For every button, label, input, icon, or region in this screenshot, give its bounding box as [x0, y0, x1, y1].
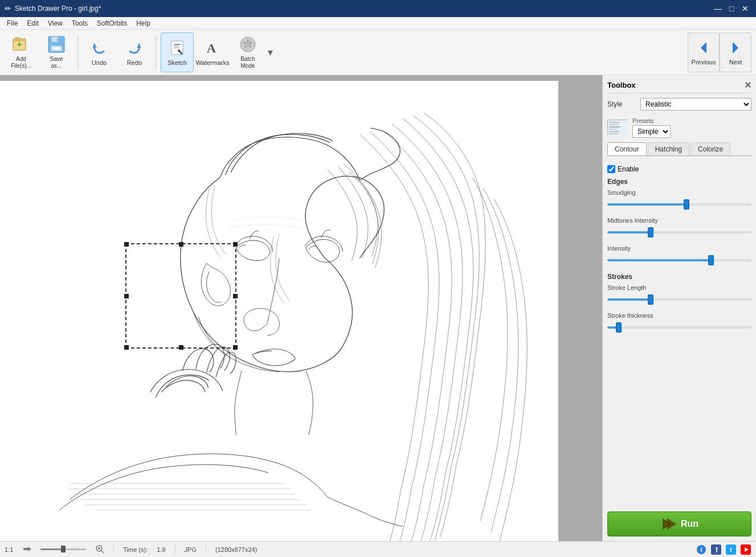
intensity-thumb[interactable]	[708, 255, 714, 265]
menu-tools[interactable]: Tools	[67, 18, 92, 28]
dimensions-label: (1280x877x24)	[215, 546, 257, 553]
smudging-thumb[interactable]	[684, 199, 689, 210]
menu-view[interactable]: View	[43, 18, 67, 28]
redo-label: Redo	[127, 59, 142, 66]
canvas-area[interactable]	[0, 75, 602, 541]
window-title: Sketch Drawer Pro - girl.jpg*	[15, 5, 101, 13]
stroke-thickness-thumb[interactable]	[616, 322, 622, 333]
menu-file[interactable]: File	[2, 18, 22, 28]
canvas-background	[0, 75, 602, 541]
more-options-indicator: ▾	[268, 46, 273, 59]
facebook-button[interactable]: f	[710, 544, 722, 555]
toolbar-separator-2	[156, 35, 156, 69]
redo-icon	[125, 39, 144, 57]
zoom-icon-small	[22, 544, 31, 555]
sketch-icon	[168, 39, 186, 57]
twitter-button[interactable]: t	[725, 544, 737, 555]
menu-edit[interactable]: Edit	[22, 18, 43, 28]
midtones-slider-container: Midtones Intensity	[607, 217, 751, 239]
presets-thumbnail	[608, 120, 628, 136]
toolbar: + AddFile(s)... Saveas... Undo	[0, 30, 756, 75]
svg-text:i: i	[700, 546, 702, 553]
run-button[interactable]: Run	[607, 511, 751, 536]
status-sep-2	[175, 545, 175, 554]
stroke-length-label: Stroke Length	[607, 284, 751, 291]
undo-icon	[90, 39, 108, 57]
minimize-button[interactable]: —	[712, 2, 724, 15]
enable-label[interactable]: Enable	[618, 165, 639, 173]
batch-mode-label: BatchMode	[240, 56, 255, 69]
maximize-button[interactable]: □	[725, 2, 738, 15]
time-value: 1.8	[157, 546, 165, 553]
enable-checkbox[interactable]	[607, 165, 615, 173]
svg-marker-8	[92, 44, 97, 48]
undo-button[interactable]: Undo	[83, 32, 116, 72]
svg-text:+: +	[17, 40, 22, 49]
stroke-thickness-label: Stroke thickness	[607, 312, 751, 319]
style-select[interactable]: Realistic	[640, 98, 751, 110]
presets-select[interactable]: Simple	[632, 125, 671, 138]
svg-text:A: A	[207, 41, 216, 55]
batch-mode-button[interactable]: BatchMode	[231, 32, 264, 72]
tabs: Contour Hatching Colorize	[607, 142, 751, 156]
watermarks-button[interactable]: A Watermarks	[196, 32, 229, 72]
sketch-button[interactable]: Sketch	[161, 32, 194, 72]
zoom-in-icon	[95, 544, 104, 555]
svg-point-17	[245, 42, 251, 47]
toolbar-separator-1	[77, 35, 78, 69]
save-as-label: Saveas...	[50, 56, 63, 69]
smudging-slider-container: Smudging	[607, 189, 751, 211]
toolbox-spacer	[607, 349, 751, 507]
menu-bar: File Edit View Tools SoftOrbits Help	[0, 17, 756, 30]
zoom-ratio: 1:1	[5, 546, 13, 553]
run-arrow-icon	[660, 516, 676, 532]
svg-point-14	[178, 50, 180, 52]
stroke-length-slider-container: Stroke Length	[607, 284, 751, 306]
toolbox-title: Toolbox	[607, 81, 636, 89]
info-button[interactable]: i	[696, 544, 707, 555]
tab-colorize[interactable]: Colorize	[690, 142, 730, 155]
run-label: Run	[681, 519, 698, 529]
undo-label: Undo	[92, 59, 107, 66]
edges-section-label: Edges	[607, 178, 751, 186]
status-sep-3	[206, 545, 206, 554]
strokes-section-label: Strokes	[607, 273, 751, 281]
svg-marker-29	[667, 518, 676, 530]
svg-marker-18	[701, 42, 706, 54]
status-bar: 1:1 Time (s): 1.8 JPG (1280x877x24) i	[0, 541, 756, 557]
toolbox-panel: Toolbox ✕ Style Realistic	[602, 75, 756, 541]
next-button[interactable]: Next	[720, 32, 751, 72]
tab-contour[interactable]: Contour	[607, 142, 647, 155]
app-icon: ✏	[5, 4, 11, 13]
previous-label: Previous	[692, 59, 716, 65]
menu-softorbits[interactable]: SoftOrbits	[92, 18, 132, 28]
svg-marker-31	[28, 547, 31, 551]
svg-rect-30	[23, 548, 28, 550]
midtones-label: Midtones Intensity	[607, 217, 751, 224]
contour-tab-content: Enable Edges Smudging Midtones Intensity	[607, 161, 751, 345]
menu-help[interactable]: Help	[132, 18, 155, 28]
save-as-button[interactable]: Saveas...	[40, 32, 73, 72]
svg-line-33	[101, 551, 104, 553]
zoom-slider-thumb[interactable]	[61, 546, 66, 552]
sketch-label: Sketch	[167, 59, 187, 66]
status-icons: i f t	[696, 544, 751, 555]
add-files-button[interactable]: + AddFile(s)...	[5, 32, 38, 72]
watermarks-icon: A	[203, 39, 222, 57]
previous-button[interactable]: Previous	[688, 32, 720, 72]
svg-marker-19	[733, 42, 738, 54]
stroke-length-thumb[interactable]	[648, 294, 653, 305]
tab-hatching[interactable]: Hatching	[648, 142, 689, 155]
sketch-canvas[interactable]	[0, 81, 558, 541]
intensity-label: Intensity	[607, 245, 751, 252]
toolbox-close-button[interactable]: ✕	[744, 80, 751, 91]
add-files-label: AddFile(s)...	[11, 56, 31, 69]
youtube-button[interactable]	[740, 544, 751, 555]
zoom-display: 1:1	[5, 546, 13, 553]
close-button[interactable]: ✕	[739, 2, 751, 15]
midtones-thumb[interactable]	[648, 227, 653, 237]
redo-button[interactable]: Redo	[118, 32, 151, 72]
batch-icon	[239, 35, 257, 54]
previous-arrow-icon	[695, 39, 712, 56]
toolbar-nav: Previous Next	[688, 32, 751, 72]
